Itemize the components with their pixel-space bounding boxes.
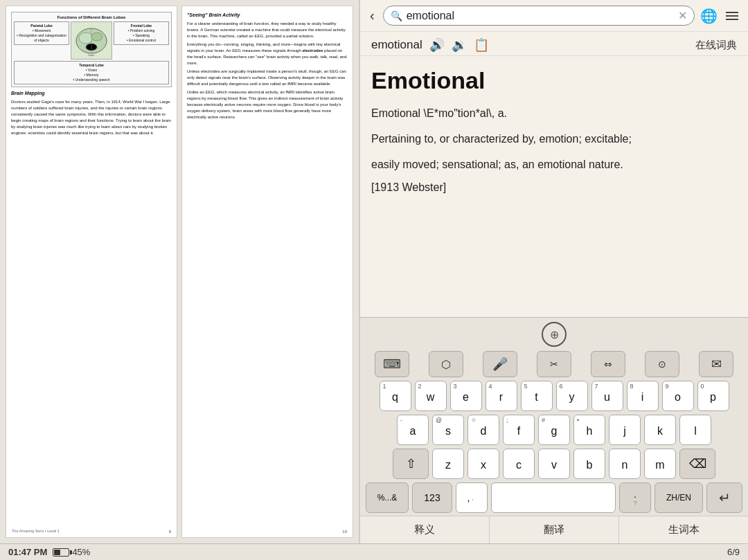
search-icon: 🔍 [391,10,402,21]
key-a[interactable]: -a [397,415,429,445]
search-input-wrap: 🔍 ✕ [383,6,695,26]
keyboard-toolbar: ⊕ [363,322,745,347]
key-r[interactable]: 4r [486,381,517,411]
dict-content: Emotional Emotional \E*mo"tion*al\, a. P… [360,56,748,317]
page10-para2: Everything you do—running, singing, thin… [187,42,348,66]
audio-button-2[interactable]: 🔉 [452,37,467,53]
key-s[interactable]: @s [432,415,464,445]
ebook-page-10: "Seeing" Brain Activity For a clearer un… [181,6,353,538]
menu-button[interactable] [723,9,741,23]
key-d[interactable]: ☺d [467,415,499,445]
page9-body: Doctors studied Gage's case for many yea… [11,99,172,136]
status-page-info: 6/9 [727,547,740,557]
ebook-page-9: Functions of Different Brain Lobes Parie… [6,6,177,538]
globe-icon[interactable]: 🌐 [700,8,718,24]
kb-mail-icon[interactable]: ✉ [699,351,733,377]
kb-cut-icon[interactable]: ✂ [537,351,571,377]
back-button[interactable]: ‹ [367,8,377,24]
kb-cursor-icon[interactable]: ⇔ [591,351,625,377]
key-zhen-en[interactable]: ZH/EN [654,482,703,513]
key-l[interactable]: l [679,415,711,445]
frontal-lobe-col: Frontal Lobe • Problem solving • Speakin… [114,21,169,45]
ebook-panel: Functions of Different Brain Lobes Parie… [0,0,360,543]
battery-icon [53,548,69,557]
svg-text:brain: brain [89,53,95,57]
key-g[interactable]: #g [538,415,570,445]
key-123[interactable]: 123 [412,482,452,513]
diagram-title: Functions of Different Brain Lobes [14,15,169,20]
keyboard-row-4: %...& 123 ,， .? ZH/EN ↵ [366,482,742,513]
parietal-lobe-col: Parietal Lobe • Movement • Recognition a… [14,21,69,45]
kb-eye-icon[interactable]: ⊙ [645,351,679,377]
nav-shiyi[interactable]: 释义 [360,516,490,543]
clear-button[interactable]: ✕ [678,9,687,22]
temporal-lobe-col: Temporal Lobe • Vision • Memory • Unders… [14,61,169,84]
page10-para1: For a clearer understanding of brain fun… [187,21,348,39]
page10-para3: Unless electrodes are surgically implant… [187,69,348,87]
page9-publisher: The Amazing Sons • Level 1 [12,529,60,534]
nav-fanyi[interactable]: 翻译 [490,516,619,543]
key-space[interactable] [491,482,616,513]
search-input[interactable] [407,10,674,22]
backspace-key[interactable]: ⌫ [679,449,715,479]
key-q[interactable]: 1q [380,381,411,411]
dict-panel: ‹ 🔍 ✕ 🌐 emotional 🔊 🔉 📋 在线词典 Emotional E… [360,0,748,543]
dict-headword: Emotional [371,67,737,94]
key-f[interactable]: ;f [503,415,535,445]
key-t[interactable]: 5t [521,381,553,411]
keyboard-func-row: ⌨ ⬡ 🎤 ✂ ⇔ ⊙ ✉ [363,351,745,377]
dict-definition-2: Pertaining to, or characterized by, emot… [371,129,737,148]
word-header: emotional 🔊 🔉 📋 在线词典 [360,32,748,56]
dict-search-bar: ‹ 🔍 ✕ 🌐 [360,0,748,32]
key-b[interactable]: b [573,449,605,479]
key-w[interactable]: 2w [415,381,447,411]
key-z[interactable]: z [432,449,464,479]
key-comma[interactable]: ,， [456,482,488,513]
audio-button-1[interactable]: 🔊 [429,37,445,53]
key-x[interactable]: x [467,449,499,479]
key-u[interactable]: 7u [591,381,623,411]
battery-indicator: 45% [53,547,90,557]
key-i[interactable]: 8i [627,381,659,411]
key-v[interactable]: v [538,449,570,479]
dict-definition-3: easily moved; sensational; as, an emotio… [371,155,737,174]
key-symbols[interactable]: %...& [366,482,409,513]
keyboard-row-3: ⇧ z x c v b n m ⌫ [366,449,742,479]
key-period[interactable]: .? [619,482,651,513]
page10-section-heading: "Seeing" Brain Activity [187,12,348,19]
cursor-control[interactable]: ⊕ [542,322,567,347]
brain-illustration: brain [71,21,112,60]
keyboard-rows: 1q 2w 3e 4r 5t 6y 7u 8i 9o 0p -a @s ☺d ;… [363,381,745,513]
keyboard-row-2: -a @s ☺d ;f #g •h j k l [366,415,742,445]
key-o[interactable]: 9o [662,381,694,411]
page10-para4: Unlike an EEG, which measures electrical… [187,89,348,120]
nav-shengci[interactable]: 生词本 [619,516,748,543]
status-bar: 01:47 PM 45% 6/9 [0,543,748,560]
kb-special-1[interactable]: ⬡ [429,351,463,377]
key-m[interactable]: m [644,449,676,479]
source-label: 在线词典 [695,39,737,52]
shift-key[interactable]: ⇧ [393,449,429,479]
kb-keyboard-icon[interactable]: ⌨ [375,351,409,377]
keyboard-row-1: 1q 2w 3e 4r 5t 6y 7u 8i 9o 0p [366,381,742,411]
key-h[interactable]: •h [573,415,605,445]
key-p[interactable]: 0p [697,381,729,411]
key-j[interactable]: j [609,415,641,445]
key-enter[interactable]: ↵ [706,482,742,513]
battery-fill [54,550,60,555]
key-n[interactable]: n [609,449,641,479]
kb-mic-icon[interactable]: 🎤 [483,351,517,377]
battery-pct: 45% [72,547,90,557]
key-k[interactable]: k [644,415,676,445]
key-y[interactable]: 6y [556,381,588,411]
page10-num: 10 [342,529,347,534]
dict-definition-1: Emotional \E*mo"tion*al\, a. [371,104,737,123]
key-e[interactable]: 3e [450,381,482,411]
word-label: emotional [371,38,422,52]
page9-section-heading: Brain Mapping [11,90,172,97]
dict-source-note: [1913 Webster] [371,181,737,194]
svg-point-2 [91,33,103,41]
clipboard-icon[interactable]: 📋 [474,37,489,53]
dict-bottom-nav: 释义 翻译 生词本 [360,516,748,543]
key-c[interactable]: c [503,449,535,479]
